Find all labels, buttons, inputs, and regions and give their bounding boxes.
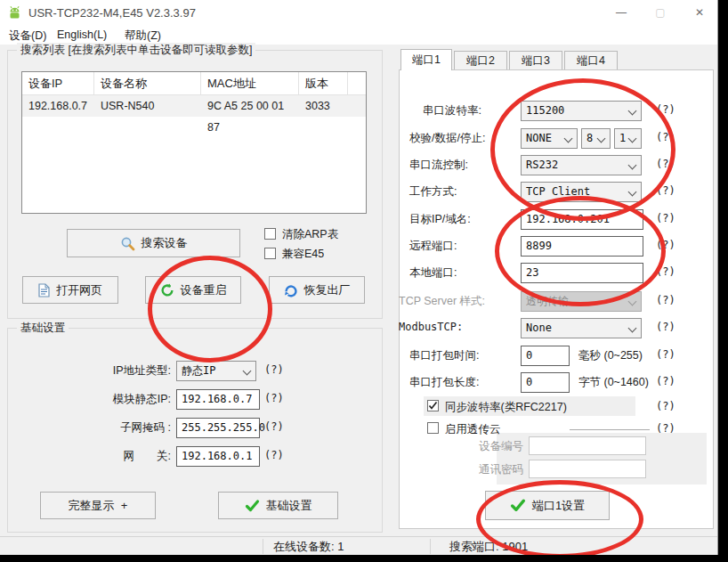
tcp-server-style-help[interactable]: (?) [656,294,675,306]
modbus-tcp-help[interactable]: (?) [656,321,675,333]
tab-port2[interactable]: 端口2 [454,51,507,70]
basic-settings-group-title: 基础设置 [17,321,69,336]
basic-settings-apply-button[interactable]: 基础设置 [218,492,338,519]
cell-version: 3033 [299,95,348,117]
titlebar: USR-TCP232-M4,E45 V2.3.3.97 — ▢ ✕ [0,0,717,25]
work-mode-label: 工作方式: [409,184,457,200]
search-icon [120,236,135,251]
search-list-group-title: 搜索列表 [在搜索列表中单击设备即可读取参数] [17,43,255,58]
flow-control-select[interactable]: RS232 [521,155,642,175]
pack-length-label: 串口打包长度: [409,375,479,390]
menu-english[interactable]: English(L) [53,28,110,42]
remote-port-help[interactable]: (?) [656,239,675,251]
modbus-tcp-select[interactable]: None [521,318,642,338]
port1-settings-button[interactable]: 端口1设置 [485,491,610,520]
device-id-label: 设备编号 [445,439,523,454]
remote-port-label: 远程端口: [409,239,457,254]
baud-rate-select[interactable]: 115200 [521,101,642,121]
cell-device-name: USR-N540 [94,95,201,117]
work-mode-select[interactable]: TCP Client [521,182,642,202]
chevron-down-icon [628,297,637,306]
cell-mac: 9C A5 25 00 01 87 [201,95,299,117]
modbus-tcp-label: ModbusTCP: [399,321,463,333]
tab-port3[interactable]: 端口3 [509,51,562,70]
parity-select[interactable]: NONE [521,128,578,149]
device-table[interactable]: 设备IP 设备名称 MAC地址 版本 192.168.0.7 USR-N540 … [21,71,367,214]
ip-type-help[interactable]: (?) [264,363,284,376]
pack-time-help[interactable]: (?) [656,348,675,361]
check-icon [245,499,260,513]
window-title: USR-TCP232-M4,E45 V2.3.3.97 [28,6,196,20]
dest-ip-input[interactable]: 192.168.0.201 [521,209,643,230]
col-device-name[interactable]: 设备名称 [94,72,201,94]
remote-port-input[interactable]: 8899 [521,236,643,257]
subnet-mask-input[interactable]: 255.255.255.0 [176,418,260,438]
chevron-down-icon [628,107,637,116]
factory-reset-button[interactable]: 恢复出厂 [269,276,365,304]
col-mac[interactable]: MAC地址 [201,72,299,94]
local-port-label: 本地端口: [409,265,457,281]
cloud-enable-label: 启用透传云 [445,422,501,437]
app-window: USR-TCP232-M4,E45 V2.3.3.97 — ▢ ✕ 设备(D) … [0,0,718,555]
cloud-enable-help[interactable]: (?) [656,422,675,435]
ip-type-select[interactable]: 静态IP [176,361,256,381]
open-webpage-button[interactable]: 打开网页 [22,276,118,304]
e45-compat-checkbox[interactable] [264,248,276,259]
document-icon [38,283,50,297]
chevron-down-icon [628,134,637,143]
gateway-help[interactable]: (?) [264,449,284,461]
clear-arp-label: 清除ARP表 [282,227,338,242]
chevron-down-icon [628,324,637,333]
close-button[interactable]: ✕ [684,0,715,25]
device-restart-button[interactable]: 设备重启 [145,276,241,304]
full-display-button[interactable]: 完整显示 + [40,492,156,519]
comm-password-label: 通讯密码 [445,462,523,477]
dest-ip-label: 目标IP/域名: [409,212,471,227]
open-webpage-label: 打开网页 [56,282,102,298]
sync-baud-help[interactable]: (?) [656,400,675,412]
sync-baud-checkbox[interactable] [427,400,439,411]
clear-arp-checkbox[interactable] [264,228,276,240]
local-port-help[interactable]: (?) [656,265,675,278]
sync-baud-label: 同步波特率(类RFC2217) [445,400,567,415]
tcp-server-style-select: 透明传输 [521,291,642,312]
cloud-group-line [570,429,650,430]
col-device-ip[interactable]: 设备IP [22,72,94,94]
pack-time-label: 串口打包时间: [409,348,479,363]
work-mode-help[interactable]: (?) [656,184,675,197]
cloud-enable-checkbox[interactable] [427,422,439,434]
basic-settings-apply-label: 基础设置 [266,498,312,514]
minimize-button[interactable]: — [606,0,636,25]
subnet-mask-help[interactable]: (?) [264,420,284,433]
data-bits-select[interactable]: 8 [581,128,611,149]
pack-time-unit: 毫秒 (0~255) [578,348,643,363]
maximize-button: ▢ [645,0,675,25]
search-device-button[interactable]: 搜索设备 [67,229,240,257]
gateway-input[interactable]: 192.168.0.1 [176,446,260,467]
static-ip-help[interactable]: (?) [264,392,284,404]
chevron-down-icon [597,134,606,143]
parity-data-stop-label: 校验/数据/停止: [409,131,485,146]
device-table-header: 设备IP 设备名称 MAC地址 版本 [22,72,366,95]
factory-reset-label: 恢复出厂 [304,282,351,298]
local-port-input[interactable]: 23 [521,263,643,283]
gateway-label: 网 关: [100,449,171,464]
pack-length-help[interactable]: (?) [656,375,675,387]
col-version[interactable]: 版本 [299,72,348,94]
tab-port4[interactable]: 端口4 [564,51,618,70]
flow-control-help[interactable]: (?) [656,158,675,170]
parity-help[interactable]: (?) [656,131,675,143]
tab-port1[interactable]: 端口1 [400,49,452,70]
pack-length-input[interactable]: 0 [521,372,570,393]
baud-rate-help[interactable]: (?) [656,103,675,116]
stop-bits-select[interactable]: 1 [614,128,642,149]
dest-ip-help[interactable]: (?) [656,212,675,224]
static-ip-input[interactable]: 192.168.0.7 [176,389,260,410]
statusbar-divider [263,539,263,554]
restart-icon [160,283,174,297]
subnet-mask-label: 子网掩码 : [100,420,171,436]
baud-rate-label: 串口波特率: [423,103,481,118]
table-row[interactable]: 192.168.0.7 USR-N540 9C A5 25 00 01 87 3… [22,95,366,117]
pack-time-input[interactable]: 0 [521,346,570,366]
tcp-server-style-label: TCP Server 样式: [399,294,485,309]
